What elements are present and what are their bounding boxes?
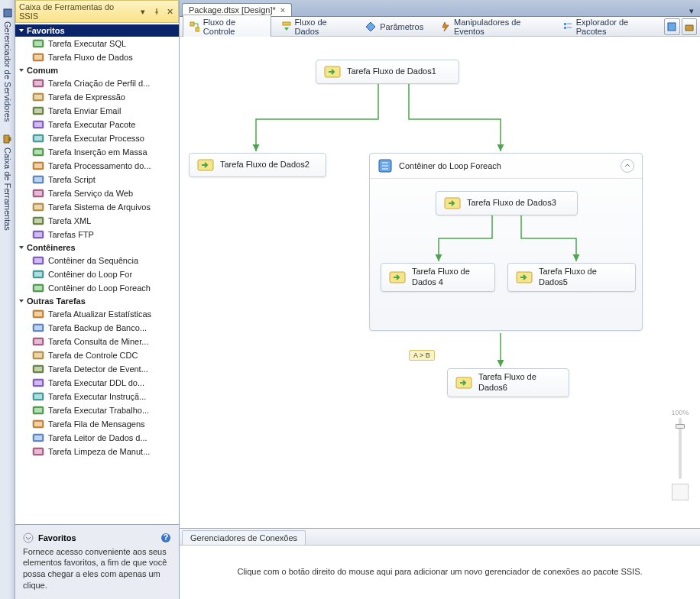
toolbox-item[interactable]: Tarefa Script [15,173,179,186]
svg-rect-54 [34,435,42,440]
zoom-thumb[interactable] [676,424,685,429]
node-label: Tarefa Fluxo de Dados 4 [412,267,487,288]
tab-parameters[interactable]: Parâmetros [358,18,430,35]
toolbox-item[interactable]: Contêiner da Sequência [15,254,179,267]
toolbox-item[interactable]: Tarefa Atualizar Estatísticas [15,307,179,321]
tree-section-header[interactable]: Outras Tarefas [15,295,179,307]
tab-menu-icon[interactable]: ▾ [686,6,697,16]
toolbox-item[interactable]: Tarefa Executar Trabalho... [15,403,179,417]
toolbox-item[interactable]: Tarefa Enviar Email [15,104,179,118]
zoom-fit-button[interactable] [672,484,689,500]
tab-control-flow[interactable]: Fluxo de Controle [183,15,271,39]
svg-rect-63 [564,23,566,25]
toolbox-item[interactable]: Tarefa Inserção em Massa [15,145,179,159]
tab-data-flow[interactable]: Fluxo de Dados [274,15,356,39]
side-tab-server-explorer[interactable]: Gerenciador de Servidores [1,3,15,126]
toolbox-item-label: Tarefa Executar Pacote [48,118,135,131]
toolbox-item[interactable]: Tarefa Serviço da Web [15,186,179,200]
toolbox-item[interactable]: Tarefa de Expressão [15,90,179,104]
event-handlers-icon [440,21,450,32]
task-icon [32,268,44,280]
connection-managers-tab[interactable]: Gerenciadores de Conexões [182,530,306,545]
flow-node-dados6[interactable]: Tarefa Fluxo de Dados6 [447,368,569,397]
toolbox-item[interactable]: Tarefa Limpeza de Manut... [15,445,179,458]
zoom-track[interactable] [679,418,682,479]
toolbox-item[interactable]: Tarefa Executar Processo [15,131,179,145]
tree-section-label: Favoritos [27,26,65,35]
flow-node-dados1[interactable]: Tarefa Fluxo de Dados1 [316,60,459,84]
toolbox-help-panel: Favoritos ? Fornece acesso conveniente a… [15,524,179,599]
toolbox-item-label: Tarefa Sistema de Arquivos [48,201,151,213]
tab-event-handlers[interactable]: Manipuladores de Eventos [433,15,553,39]
tree-section-header[interactable]: Comum [15,64,179,76]
toolbox-item[interactable]: Tarefa Detector de Event... [15,362,179,376]
task-icon [32,418,44,430]
caret-down-icon [18,67,24,73]
dropdown-icon[interactable]: ▾ [138,6,148,17]
caret-down-icon [18,244,24,251]
toolbox-tree[interactable]: FavoritosTarefa Executar SQLTarefa Fluxo… [15,23,179,524]
zoom-slider[interactable]: 100% [669,409,691,500]
toolbox-item-label: Tarefa Executar SQL [48,37,126,50]
task-icon [32,308,44,320]
expression-badge[interactable]: A > B [409,350,435,361]
connection-managers-body[interactable]: Clique com o botão direito do mouse aqui… [180,546,700,599]
toolbox-item[interactable]: Tarefa Executar SQL [15,37,179,50]
flow-node-dados5[interactable]: Tarefa Fluxo de Dados5 [507,263,636,292]
toolbox-item[interactable]: Tarefas FTP [15,228,179,241]
toolbox-item[interactable]: Tarefa Executar Instruçã... [15,390,179,403]
side-tab-toolbox[interactable]: Caixa de Ferramentas [1,129,15,235]
help-title: Favoritos [38,533,76,542]
svg-rect-2 [34,41,42,46]
close-icon[interactable]: ✕ [164,6,175,17]
help-icon[interactable]: ? [160,533,171,543]
flow-node-dados3[interactable]: Tarefa Fluxo de Dados3 [436,191,578,215]
container-body[interactable]: Tarefa Fluxo de Dados3 Tarefa Fluxo de D… [370,179,642,330]
toolbox-item[interactable]: Tarefa Executar Pacote [15,118,179,131]
toolbox-item[interactable]: Tarefa Criação de Perfil d... [15,76,179,90]
flow-node-dados2[interactable]: Tarefa Fluxo de Dados2 [189,153,326,177]
svg-rect-52 [34,422,42,426]
foreach-container-icon [378,158,393,173]
toolbox-item[interactable]: Contêiner do Loop Foreach [15,281,179,295]
node-label: Tarefa Fluxo de Dados3 [467,198,556,209]
task-icon [32,390,44,403]
toolbox-item[interactable]: Contêiner do Loop For [15,267,179,281]
flow-node-dados4[interactable]: Tarefa Fluxo de Dados 4 [381,263,495,292]
toolbox-item[interactable]: Tarefa Sistema de Arquivos [15,200,179,214]
chevron-down-icon[interactable] [23,533,34,543]
control-flow-icon [190,21,199,32]
ssis-toolbox-button[interactable] [682,18,697,35]
toolbox-item-label: Tarefa Enviar Email [48,105,121,117]
toolbox-item[interactable]: Tarefa Fluxo de Dados [15,50,179,64]
design-canvas[interactable]: Tarefa Fluxo de Dados1 Tarefa Fluxo de D… [180,37,700,528]
toolbox-item-label: Tarefa Limpeza de Manut... [48,445,150,458]
tab-package-explorer[interactable]: Explorador de Pacotes [556,15,661,39]
toolbox-item[interactable]: Tarefa de Controle CDC [15,348,179,362]
toolbox-item[interactable]: Tarefa XML [15,214,179,228]
svg-rect-10 [34,108,42,113]
foreach-container[interactable]: Contêiner do Loop Foreach Tarefa Fluxo d… [369,153,643,331]
task-icon [32,160,44,172]
svg-rect-26 [34,219,42,223]
toolbox-item[interactable]: Tarefa Executar DDL do... [15,376,179,390]
toolbox-item[interactable]: Tarefa Fila de Mensagens [15,417,179,431]
tab-label: Explorador de Pacotes [576,18,654,36]
collapse-button[interactable] [621,159,634,173]
svg-rect-40 [34,339,42,344]
toolbox-item[interactable]: Tarefa Processamento do... [15,159,179,173]
toolbox-item[interactable]: Tarefa Consulta de Miner... [15,335,179,348]
tree-section-header[interactable]: Favoritos [15,24,179,37]
close-icon[interactable]: × [280,5,285,15]
toolbox-item-label: Tarefa Backup de Banco... [48,322,147,334]
task-icon [32,322,44,334]
svg-rect-38 [34,325,42,330]
toolbox-item-label: Tarefa Executar DDL do... [48,377,144,389]
variables-button[interactable] [664,18,679,35]
toolbox-item[interactable]: Tarefa Leitor de Dados d... [15,431,179,445]
toolbox-item[interactable]: Tarefa Backup de Banco... [15,321,179,335]
tree-section-header[interactable]: Contêineres [15,241,179,254]
svg-rect-50 [34,408,42,413]
task-icon [32,132,44,144]
pin-icon[interactable] [151,6,162,17]
